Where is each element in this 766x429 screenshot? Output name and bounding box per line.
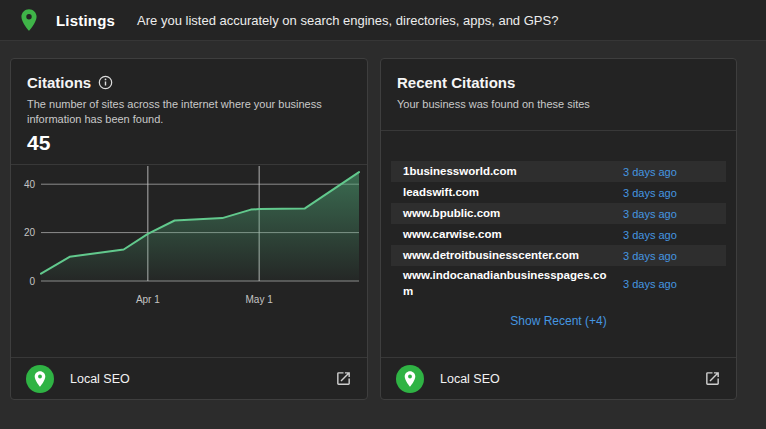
recent-citations-card: Recent Citations Your business was found… — [380, 58, 737, 400]
citation-row[interactable]: www.carwise.com 3 days ago — [391, 224, 726, 245]
listings-header: Listings Are you listed accurately on se… — [0, 0, 766, 41]
citation-date: 3 days ago — [623, 166, 677, 178]
citation-site: www.bpublic.com — [403, 206, 613, 222]
citation-date: 3 days ago — [623, 250, 677, 262]
open-in-new-icon[interactable] — [704, 370, 721, 387]
page-title: Listings — [56, 12, 115, 29]
citation-row[interactable]: leadswift.com 3 days ago — [391, 182, 726, 203]
citation-date: 3 days ago — [623, 229, 677, 241]
citation-row[interactable]: www.indocanadianbusinesspages.com 3 days… — [391, 266, 726, 301]
citations-card-title: Citations — [27, 74, 91, 91]
location-pin-icon — [16, 7, 42, 33]
svg-text:20: 20 — [24, 227, 36, 238]
citation-site: 1businessworld.com — [403, 164, 613, 180]
citation-row[interactable]: 1businessworld.com 3 days ago — [391, 161, 726, 182]
recent-citations-title: Recent Citations — [397, 74, 515, 91]
recent-citations-description: Your business was found on these sites — [397, 97, 727, 112]
svg-text:May 1: May 1 — [246, 294, 274, 305]
citation-site: www.indocanadianbusinesspages.com — [403, 268, 613, 299]
svg-text:0: 0 — [29, 276, 35, 287]
citation-site: leadswift.com — [403, 185, 613, 201]
info-icon[interactable] — [98, 75, 113, 90]
show-recent-link[interactable]: Show Recent (+4) — [381, 314, 736, 328]
svg-text:40: 40 — [24, 179, 36, 190]
open-in-new-icon[interactable] — [335, 370, 352, 387]
citations-count: 45 — [27, 131, 50, 155]
citations-chart: 02040Apr 1May 1 — [11, 165, 367, 315]
citation-site: www.detroitbusinesscenter.com — [403, 248, 613, 264]
location-pin-badge-icon — [26, 365, 54, 393]
citations-description: The number of sites across the internet … — [27, 97, 357, 128]
citation-date: 3 days ago — [623, 208, 677, 220]
divider — [381, 130, 736, 131]
svg-text:Apr 1: Apr 1 — [136, 294, 160, 305]
footer-tag-label: Local SEO — [70, 372, 130, 386]
recent-card-footer: Local SEO — [381, 357, 736, 399]
citation-list: 1businessworld.com 3 days ago leadswift.… — [391, 161, 726, 301]
citation-row[interactable]: www.detroitbusinesscenter.com 3 days ago — [391, 245, 726, 266]
citation-site: www.carwise.com — [403, 227, 613, 243]
citation-date: 3 days ago — [623, 278, 677, 290]
citation-date: 3 days ago — [623, 187, 677, 199]
citations-card-footer: Local SEO — [11, 357, 367, 399]
location-pin-badge-icon — [396, 365, 424, 393]
page-subtitle: Are you listed accurately on search engi… — [137, 13, 558, 28]
citation-row[interactable]: www.bpublic.com 3 days ago — [391, 203, 726, 224]
footer-tag-label: Local SEO — [440, 372, 500, 386]
citations-card: Citations The number of sites across the… — [10, 58, 368, 400]
